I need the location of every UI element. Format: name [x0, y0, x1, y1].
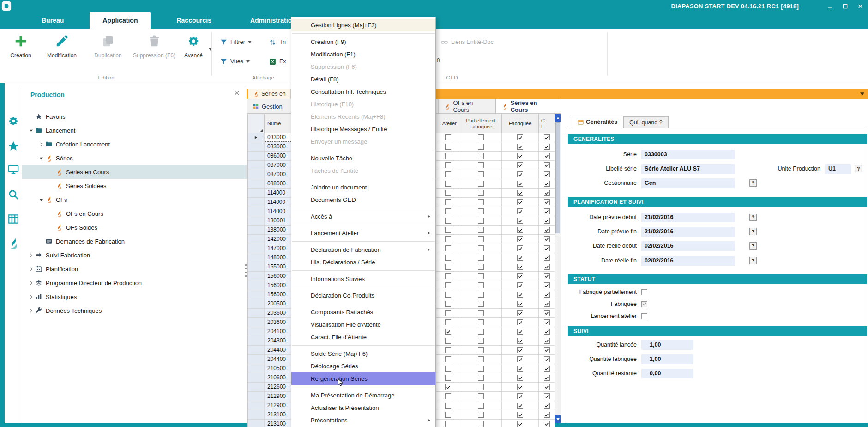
- atelier-cell[interactable]: [436, 327, 460, 336]
- atelier-cell[interactable]: [436, 235, 460, 244]
- tree-item-programme-directeur-de-production[interactable]: Programme Directeur de Production: [22, 276, 247, 290]
- fabriquee-cell[interactable]: [502, 355, 539, 364]
- atelier-cell[interactable]: [436, 346, 460, 355]
- extra-checkbox[interactable]: [544, 393, 550, 399]
- document-tab-series[interactable]: Séries en: [248, 89, 291, 99]
- fabriquee-cell[interactable]: [502, 198, 539, 207]
- menu-item-modification-f1[interactable]: Modification (F1): [291, 48, 435, 61]
- ribbon-tab-application[interactable]: Application: [90, 12, 151, 29]
- data-module-icon[interactable]: [7, 213, 19, 225]
- fabrique-partiellement-checkbox[interactable]: [641, 289, 647, 295]
- extra-checkbox[interactable]: [544, 144, 550, 150]
- date-prevue-fin-field[interactable]: 21/02/2016: [641, 227, 735, 237]
- collapse-arrow-icon[interactable]: [27, 294, 35, 299]
- partiellement-cell[interactable]: [460, 410, 502, 420]
- fabriquee-cell[interactable]: [502, 410, 539, 420]
- fabriquee-cell[interactable]: [502, 318, 539, 327]
- row-selector-cell[interactable]: [248, 179, 265, 189]
- fabriquee-checkbox[interactable]: [517, 153, 523, 159]
- menu-item-documents-ged[interactable]: Documents GED: [291, 194, 435, 206]
- atelier-cell[interactable]: [436, 262, 460, 272]
- atelier-cell[interactable]: [436, 216, 460, 226]
- partiellement-fabriquee-checkbox[interactable]: [478, 218, 484, 224]
- extra-cell[interactable]: [539, 152, 555, 161]
- row-selector-cell[interactable]: [248, 161, 265, 170]
- tri-button[interactable]: Tri: [266, 36, 289, 48]
- menu-item-composants-rattaches[interactable]: Composants Rattachés: [291, 306, 435, 318]
- partiellement-cell[interactable]: [460, 281, 502, 290]
- fabriquee-checkbox[interactable]: [517, 255, 523, 261]
- atelier-checkbox[interactable]: [445, 171, 451, 177]
- quantite-restante-field[interactable]: 0,00: [641, 369, 693, 378]
- extra-cell[interactable]: [539, 373, 555, 383]
- row-selector-cell[interactable]: [248, 299, 265, 309]
- menu-item-caract-file-d-attente[interactable]: Caract. File d'Attente: [291, 331, 435, 343]
- gestionnaire-field[interactable]: Gen: [641, 178, 735, 188]
- collapse-arrow-icon[interactable]: [37, 142, 45, 146]
- atelier-checkbox[interactable]: [445, 227, 451, 233]
- extra-checkbox[interactable]: [544, 384, 550, 390]
- tree-item-ofs[interactable]: OFs: [22, 193, 247, 207]
- partiellement-fabriquee-checkbox[interactable]: [478, 199, 484, 205]
- table-corner-cell[interactable]: [248, 114, 265, 134]
- tree-item-demandes-de-fabrication[interactable]: Demandes de Fabrication: [22, 234, 247, 248]
- row-selector-cell[interactable]: [248, 281, 265, 290]
- row-selector-cell[interactable]: [248, 364, 265, 373]
- menu-item-deblocage-series[interactable]: Déblocage Séries: [291, 360, 435, 372]
- extra-checkbox[interactable]: [544, 153, 550, 159]
- extra-checkbox[interactable]: [544, 273, 550, 279]
- quantite-lancee-field[interactable]: 1,00: [641, 340, 693, 350]
- fabriquee-checkbox[interactable]: [517, 134, 523, 140]
- fabriquee-cell[interactable]: [502, 179, 539, 189]
- ribbon-tab-raccourcis[interactable]: Raccourcis: [163, 12, 224, 29]
- fabriquee-cell[interactable]: [502, 420, 539, 427]
- tree-item-statistiques[interactable]: Statistiques: [22, 290, 247, 304]
- extra-checkbox[interactable]: [544, 171, 550, 177]
- partiellement-fabriquee-checkbox[interactable]: [478, 282, 484, 288]
- partiellement-fabriquee-checkbox[interactable]: [478, 227, 484, 233]
- extra-cell[interactable]: [539, 299, 555, 309]
- maximize-button[interactable]: [842, 3, 848, 9]
- tab-qui-quand[interactable]: Qui, quand ?: [623, 116, 669, 128]
- row-selector-cell[interactable]: [248, 207, 265, 216]
- extra-cell[interactable]: [539, 383, 555, 392]
- atelier-cell[interactable]: [436, 336, 460, 346]
- atelier-checkbox[interactable]: [445, 301, 451, 307]
- atelier-cell[interactable]: [436, 133, 460, 142]
- atelier-checkbox[interactable]: [445, 245, 451, 251]
- help-button[interactable]: ?: [749, 179, 757, 187]
- tree-item-series[interactable]: Séries: [22, 151, 247, 165]
- extra-cell[interactable]: [539, 318, 555, 327]
- partiellement-fabriquee-checkbox[interactable]: [478, 338, 484, 344]
- tree-item-series-en-cours[interactable]: Séries en Cours: [22, 165, 247, 179]
- partiellement-cell[interactable]: [460, 272, 502, 281]
- extra-cell[interactable]: [539, 253, 555, 262]
- menu-item-historique-messages-entite[interactable]: Historique Messages / Entité: [291, 123, 435, 135]
- partiellement-cell[interactable]: [460, 401, 502, 410]
- partiellement-cell[interactable]: [460, 152, 502, 161]
- extra-checkbox[interactable]: [544, 282, 550, 288]
- atelier-cell[interactable]: [436, 281, 460, 290]
- partiellement-fabriquee-checkbox[interactable]: [478, 181, 484, 187]
- extra-checkbox[interactable]: [544, 403, 550, 409]
- help-button[interactable]: ?: [749, 242, 757, 250]
- row-selector-cell[interactable]: [248, 290, 265, 299]
- row-selector-cell[interactable]: [248, 401, 265, 410]
- fabriquee-cell[interactable]: [502, 290, 539, 299]
- row-selector-cell[interactable]: [248, 262, 265, 272]
- partiellement-cell[interactable]: [460, 309, 502, 318]
- splitter-handle[interactable]: [245, 264, 247, 266]
- partiellement-fabriquee-checkbox[interactable]: [478, 208, 484, 214]
- atelier-checkbox[interactable]: [445, 329, 451, 335]
- fabriquee-cell[interactable]: [502, 401, 539, 410]
- partiellement-cell[interactable]: [460, 318, 502, 327]
- serie-field[interactable]: 0330003: [641, 150, 735, 159]
- atelier-cell[interactable]: [436, 373, 460, 383]
- extra-checkbox[interactable]: [544, 264, 550, 270]
- row-selector-cell[interactable]: [248, 410, 265, 420]
- tab-generalites[interactable]: Généralités: [572, 116, 623, 128]
- partiellement-fabriquee-checkbox[interactable]: [478, 366, 484, 372]
- row-selector-cell[interactable]: [248, 253, 265, 262]
- extra-cell[interactable]: [539, 262, 555, 272]
- row-selector-cell[interactable]: [248, 346, 265, 355]
